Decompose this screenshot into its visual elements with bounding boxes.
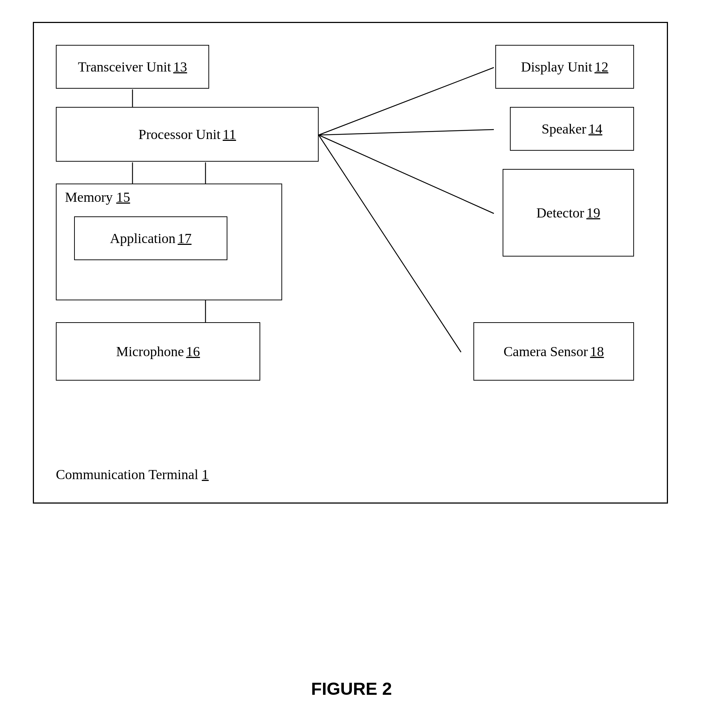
box-display: Display Unit 12	[495, 45, 634, 89]
speaker-label: Speaker	[542, 121, 586, 137]
processor-label: Processor Unit	[138, 126, 220, 142]
box-microphone: Microphone 16	[56, 322, 260, 381]
microphone-ref: 16	[186, 343, 200, 360]
microphone-label: Microphone	[116, 343, 184, 360]
comm-terminal-text: Communication Terminal	[56, 467, 198, 482]
transceiver-label: Transceiver Unit	[78, 59, 171, 75]
diagram-outer: Transceiver Unit 13 Display Unit 12 Proc…	[33, 22, 668, 504]
camera-ref: 18	[590, 343, 604, 360]
application-label: Application	[110, 230, 175, 246]
box-speaker: Speaker 14	[510, 107, 634, 151]
page-container: Transceiver Unit 13 Display Unit 12 Proc…	[0, 0, 703, 728]
processor-ref: 11	[223, 126, 236, 142]
detector-label: Detector	[537, 205, 584, 221]
camera-label: Camera Sensor	[503, 343, 588, 360]
svg-line-6	[319, 135, 461, 352]
detector-ref: 19	[586, 205, 600, 221]
transceiver-ref: 13	[174, 59, 187, 75]
comm-terminal-ref: 1	[202, 467, 209, 482]
box-camera: Camera Sensor 18	[473, 322, 634, 381]
comm-terminal-label: Communication Terminal 1	[56, 467, 209, 482]
display-label: Display Unit	[521, 59, 592, 75]
svg-line-5	[319, 135, 494, 214]
box-detector: Detector 19	[503, 169, 634, 257]
box-application: Application 17	[74, 217, 227, 260]
box-processor: Processor Unit 11	[56, 107, 319, 162]
speaker-ref: 14	[589, 121, 602, 137]
box-transceiver: Transceiver Unit 13	[56, 45, 209, 89]
svg-line-4	[319, 130, 494, 135]
svg-line-3	[319, 68, 494, 135]
application-ref: 17	[178, 230, 192, 246]
display-ref: 12	[595, 59, 609, 75]
figure-label: FIGURE 2	[311, 679, 392, 699]
